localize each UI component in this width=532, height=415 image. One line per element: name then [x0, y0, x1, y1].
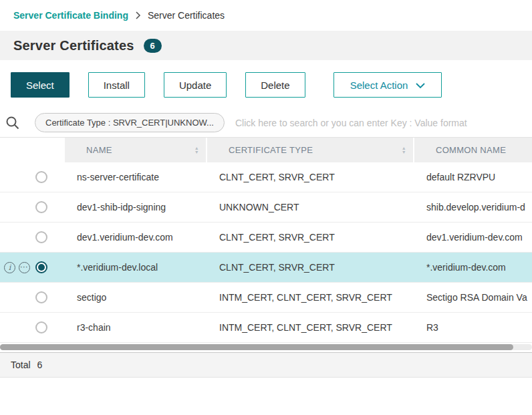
horizontal-scrollbar-thumb[interactable]: [0, 344, 513, 350]
breadcrumb-link-server-certificate-binding[interactable]: Server Certificate Binding: [13, 10, 128, 21]
header-common-name-label: COMMON NAME: [414, 145, 506, 155]
breadcrumb-chevron-icon: [135, 11, 141, 20]
chevron-down-icon: [416, 83, 425, 89]
header-certificate-type[interactable]: CERTIFICATE TYPE ▲▼: [207, 138, 414, 162]
sort-icon-certificate-type[interactable]: ▲▼: [402, 146, 406, 154]
filter-chip-certificate-type[interactable]: Certificate Type : SRVR_CERT|UNKNOW...: [35, 113, 225, 132]
header-common-name[interactable]: COMMON NAME ▲▼: [414, 138, 532, 162]
page-header: Server Certificates 6: [0, 31, 532, 60]
cell-common-name: dev1.veridium-dev.com: [414, 232, 532, 243]
count-badge: 6: [144, 39, 162, 53]
table-row[interactable]: dev1-shib-idp-signing UNKNOWN_CERT shib.…: [0, 192, 532, 223]
cell-certificate-type: CLNT_CERT, SRVR_CERT: [207, 262, 414, 273]
header-name-label: NAME: [65, 145, 112, 155]
row-ellipsis-menu-icon[interactable]: ···: [19, 262, 30, 273]
cell-certificate-type: CLNT_CERT, SRVR_CERT: [207, 172, 414, 182]
install-button[interactable]: Install: [88, 72, 145, 98]
cell-certificate-type: INTM_CERT, CLNT_CERT, SRVR_CERT: [207, 322, 414, 333]
cell-name: sectigo: [65, 292, 207, 303]
search-icon: [5, 116, 20, 130]
sort-icon-name[interactable]: ▲▼: [194, 146, 199, 154]
search-input[interactable]: [235, 118, 524, 128]
cell-common-name: *.veridium-dev.com: [414, 262, 532, 273]
page-title: Server Certificates: [13, 38, 134, 53]
cell-common-name: default RZRVPU: [414, 172, 532, 182]
row-radio[interactable]: [35, 321, 47, 333]
table-footer: Total 6: [0, 352, 532, 378]
cell-common-name: Sectigo RSA Domain Va: [414, 292, 532, 303]
cell-certificate-type: INTM_CERT, CLNT_CERT, SRVR_CERT: [207, 292, 414, 303]
server-certificates-page: Server Certificate Binding Server Certif…: [0, 0, 532, 378]
cell-name: dev1-shib-idp-signing: [65, 202, 207, 213]
select-button[interactable]: Select: [11, 72, 70, 98]
delete-button[interactable]: Delete: [245, 72, 305, 98]
table-row[interactable]: dev1.veridium-dev.com CLNT_CERT, SRVR_CE…: [0, 223, 532, 253]
search-bar: Certificate Type : SRVR_CERT|UNKNOW...: [0, 108, 532, 138]
breadcrumb-current: Server Certificates: [148, 10, 225, 21]
cell-certificate-type: UNKNOWN_CERT: [207, 202, 414, 213]
row-radio-selected[interactable]: [35, 261, 47, 273]
table-row[interactable]: sectigo INTM_CERT, CLNT_CERT, SRVR_CERT …: [0, 283, 532, 313]
cell-common-name: R3: [414, 322, 532, 333]
header-select-column: [0, 138, 65, 162]
update-button[interactable]: Update: [164, 72, 227, 98]
select-action-dropdown[interactable]: Select Action: [334, 72, 442, 98]
row-radio[interactable]: [35, 231, 47, 243]
table-row[interactable]: ns-server-certificate CLNT_CERT, SRVR_CE…: [0, 162, 532, 192]
table-row-selected[interactable]: i ··· *.veridium-dev.local CLNT_CERT, SR…: [0, 253, 532, 283]
select-action-label: Select Action: [350, 80, 408, 91]
horizontal-scrollbar-track[interactable]: [0, 344, 532, 350]
cell-name: *.veridium-dev.local: [65, 262, 207, 273]
row-radio[interactable]: [35, 201, 47, 213]
certificates-table: NAME ▲▼ CERTIFICATE TYPE ▲▼ COMMON NAME …: [0, 138, 532, 343]
total-value: 6: [37, 360, 43, 370]
row-radio[interactable]: [35, 291, 47, 303]
total-label: Total: [11, 360, 31, 370]
header-certificate-type-label: CERTIFICATE TYPE: [207, 145, 313, 155]
cell-common-name: shib.develop.veridium-d: [414, 202, 532, 213]
row-radio[interactable]: [35, 171, 47, 183]
breadcrumb: Server Certificate Binding Server Certif…: [0, 0, 532, 31]
cell-name: r3-chain: [65, 322, 207, 333]
row-info-icon[interactable]: i: [4, 262, 15, 273]
header-name[interactable]: NAME ▲▼: [65, 138, 207, 162]
toolbar: Select Install Update Delete Select Acti…: [0, 60, 532, 108]
table-row[interactable]: r3-chain INTM_CERT, CLNT_CERT, SRVR_CERT…: [0, 313, 532, 343]
cell-name: dev1.veridium-dev.com: [65, 232, 207, 243]
cell-name: ns-server-certificate: [65, 172, 207, 182]
cell-certificate-type: CLNT_CERT, SRVR_CERT: [207, 232, 414, 243]
table-header-row: NAME ▲▼ CERTIFICATE TYPE ▲▼ COMMON NAME …: [0, 138, 532, 162]
